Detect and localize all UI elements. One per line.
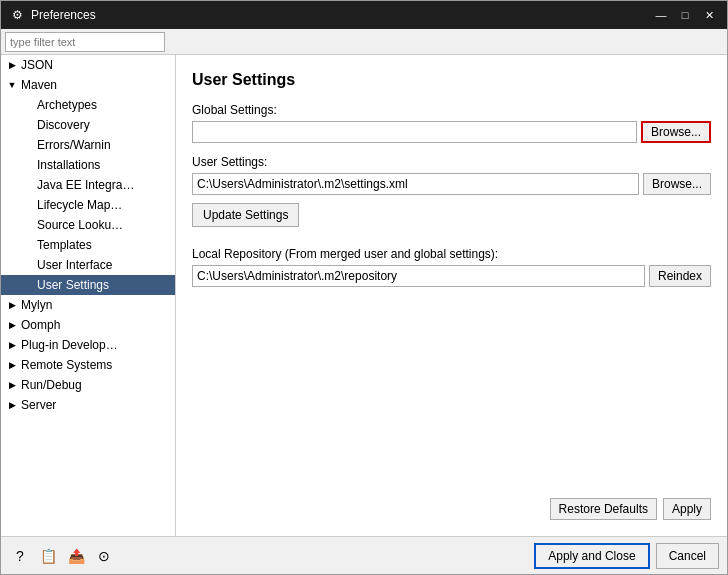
tree-arrow-java-ee xyxy=(21,178,35,192)
tree-arrow-archetypes xyxy=(21,98,35,112)
panel-action-row: Restore Defaults Apply xyxy=(192,498,711,520)
tree-arrow-plugin-dev xyxy=(5,338,19,352)
tree-arrow-oomph xyxy=(5,318,19,332)
filter-row xyxy=(1,29,727,55)
tree-arrow-remote xyxy=(5,358,19,372)
tree-arrow-discovery xyxy=(21,118,35,132)
sidebar-item-remote[interactable]: Remote Systems xyxy=(1,355,175,375)
window-icon: ⚙ xyxy=(9,7,25,23)
global-settings-section: Global Settings: Browse... xyxy=(192,103,711,143)
settings-icon[interactable]: ⊙ xyxy=(93,545,115,567)
tree-arrow-user-settings xyxy=(21,278,35,292)
sidebar-item-archetypes[interactable]: Archetypes xyxy=(1,95,175,115)
tree-arrow-errors xyxy=(21,138,35,152)
sidebar-item-label-json: JSON xyxy=(19,57,55,73)
tree-arrow-installations xyxy=(21,158,35,172)
sidebar-item-java-ee[interactable]: Java EE Integra… xyxy=(1,175,175,195)
sidebar-item-label-java-ee: Java EE Integra… xyxy=(35,177,136,193)
tree-arrow-lifecycle xyxy=(21,198,35,212)
browse-global-button[interactable]: Browse... xyxy=(641,121,711,143)
sidebar-item-label-user-settings: User Settings xyxy=(35,277,111,293)
tree-arrow-templates xyxy=(21,238,35,252)
user-settings-row: Browse... xyxy=(192,173,711,195)
sidebar-item-label-server: Server xyxy=(19,397,58,413)
import-icon[interactable]: 📋 xyxy=(37,545,59,567)
browse-user-button[interactable]: Browse... xyxy=(643,173,711,195)
title-bar: ⚙ Preferences — □ ✕ xyxy=(1,1,727,29)
reindex-button[interactable]: Reindex xyxy=(649,265,711,287)
sidebar-item-label-templates: Templates xyxy=(35,237,94,253)
maximize-button[interactable]: □ xyxy=(675,5,695,25)
export-icon[interactable]: 📤 xyxy=(65,545,87,567)
footer-icons: ? 📋 📤 ⊙ xyxy=(9,545,115,567)
global-settings-row: Browse... xyxy=(192,121,711,143)
window-controls: — □ ✕ xyxy=(651,5,719,25)
sidebar-item-label-source: Source Looku… xyxy=(35,217,125,233)
preferences-window: ⚙ Preferences — □ ✕ JSON Maven Archetype… xyxy=(0,0,728,575)
sidebar-item-oomph[interactable]: Oomph xyxy=(1,315,175,335)
sidebar-tree: JSON Maven Archetypes Discovery Errors/W… xyxy=(1,55,176,536)
sidebar-item-label-run-debug: Run/Debug xyxy=(19,377,84,393)
sidebar-item-label-oomph: Oomph xyxy=(19,317,62,333)
sidebar-item-label-lifecycle: Lifecycle Map… xyxy=(35,197,124,213)
sidebar-item-label-remote: Remote Systems xyxy=(19,357,114,373)
sidebar-item-json[interactable]: JSON xyxy=(1,55,175,75)
minimize-button[interactable]: — xyxy=(651,5,671,25)
filter-input[interactable] xyxy=(5,32,165,52)
main-content: JSON Maven Archetypes Discovery Errors/W… xyxy=(1,55,727,536)
cancel-button[interactable]: Cancel xyxy=(656,543,719,569)
user-settings-section: User Settings: Browse... Update Settings xyxy=(192,155,711,227)
sidebar-item-lifecycle[interactable]: Lifecycle Map… xyxy=(1,195,175,215)
panel-title: User Settings xyxy=(192,71,711,89)
global-settings-label: Global Settings: xyxy=(192,103,711,117)
help-icon[interactable]: ? xyxy=(9,545,31,567)
tree-arrow-mylyn xyxy=(5,298,19,312)
sidebar-item-label-discovery: Discovery xyxy=(35,117,92,133)
sidebar-item-user-interface[interactable]: User Interface xyxy=(1,255,175,275)
sidebar-item-label-archetypes: Archetypes xyxy=(35,97,99,113)
sidebar-item-label-maven: Maven xyxy=(19,77,59,93)
footer-bar: ? 📋 📤 ⊙ Apply and Close Cancel xyxy=(1,536,727,574)
sidebar-item-user-settings[interactable]: User Settings xyxy=(1,275,175,295)
sidebar-item-plugin-dev[interactable]: Plug-in Develop… xyxy=(1,335,175,355)
sidebar-item-source[interactable]: Source Looku… xyxy=(1,215,175,235)
right-panel: User Settings Global Settings: Browse...… xyxy=(176,55,727,536)
sidebar-item-label-plugin-dev: Plug-in Develop… xyxy=(19,337,120,353)
footer-actions: Apply and Close Cancel xyxy=(534,543,719,569)
sidebar-item-errors[interactable]: Errors/Warnin xyxy=(1,135,175,155)
sidebar-item-run-debug[interactable]: Run/Debug xyxy=(1,375,175,395)
local-repo-row: Reindex xyxy=(192,265,711,287)
sidebar-item-discovery[interactable]: Discovery xyxy=(1,115,175,135)
sidebar-item-server[interactable]: Server xyxy=(1,395,175,415)
local-repo-section: Local Repository (From merged user and g… xyxy=(192,239,711,287)
tree-arrow-source xyxy=(21,218,35,232)
tree-arrow-server xyxy=(5,398,19,412)
restore-defaults-button[interactable]: Restore Defaults xyxy=(550,498,657,520)
sidebar-item-label-mylyn: Mylyn xyxy=(19,297,54,313)
sidebar-item-label-user-interface: User Interface xyxy=(35,257,114,273)
tree-arrow-user-interface xyxy=(21,258,35,272)
tree-arrow-maven xyxy=(5,78,19,92)
global-settings-input[interactable] xyxy=(192,121,637,143)
local-repo-input[interactable] xyxy=(192,265,645,287)
local-repo-label: Local Repository (From merged user and g… xyxy=(192,247,711,261)
tree-arrow-json xyxy=(5,58,19,72)
update-settings-button[interactable]: Update Settings xyxy=(192,203,299,227)
close-button[interactable]: ✕ xyxy=(699,5,719,25)
tree-arrow-run-debug xyxy=(5,378,19,392)
window-title: Preferences xyxy=(31,8,651,22)
sidebar-item-maven[interactable]: Maven xyxy=(1,75,175,95)
sidebar-item-installations[interactable]: Installations xyxy=(1,155,175,175)
user-settings-input[interactable] xyxy=(192,173,639,195)
sidebar-item-mylyn[interactable]: Mylyn xyxy=(1,295,175,315)
sidebar-item-label-installations: Installations xyxy=(35,157,102,173)
apply-button[interactable]: Apply xyxy=(663,498,711,520)
apply-and-close-button[interactable]: Apply and Close xyxy=(534,543,649,569)
sidebar-item-templates[interactable]: Templates xyxy=(1,235,175,255)
user-settings-label: User Settings: xyxy=(192,155,711,169)
sidebar-item-label-errors: Errors/Warnin xyxy=(35,137,113,153)
